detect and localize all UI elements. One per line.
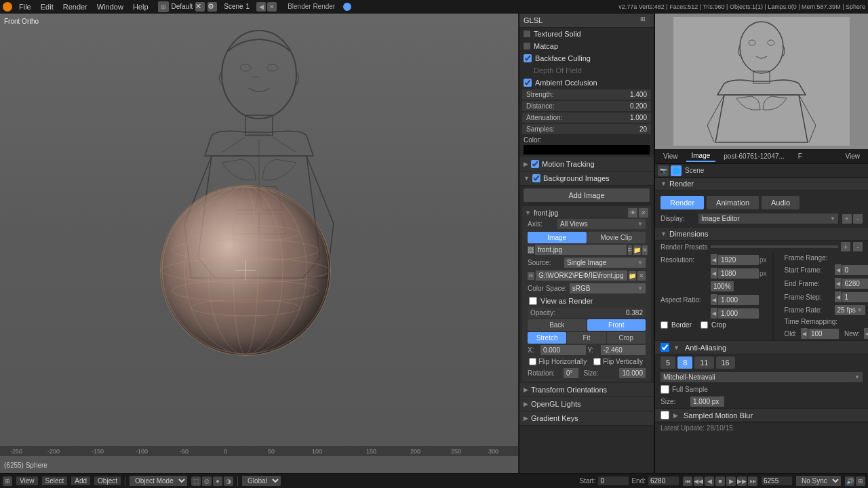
aspect-y-value[interactable]: 1.000 [718, 308, 759, 319]
gradient-keys-toggle[interactable]: ▶ Gradient Keys [519, 411, 654, 426]
select-btn[interactable]: Select [42, 476, 68, 485]
next-frame-icon[interactable]: ▶▶ [737, 476, 747, 486]
aa-16-btn[interactable]: 16 [716, 357, 735, 369]
folder-icon[interactable]: 📁 [633, 245, 641, 255]
back-button[interactable]: Back [528, 319, 587, 331]
aa-5-btn[interactable]: 5 [660, 357, 675, 369]
border-check[interactable] [660, 321, 668, 329]
tab-image[interactable]: Image [528, 232, 587, 243]
camera-icon[interactable]: 📷 [658, 165, 669, 176]
samples-slider[interactable]: Samples: 20 [522, 124, 651, 134]
display-value[interactable]: Image Editor ▼ [698, 214, 838, 224]
mode-icon[interactable]: ⊞ [158, 1, 169, 12]
aa-header[interactable]: ▼ Anti-Aliasing [655, 341, 868, 354]
strength-slider[interactable]: Strength: 1.400 [522, 89, 651, 100]
frame-rate-value[interactable]: 25 fps ▼ [835, 305, 865, 315]
end-frame-value[interactable]: 6280 [842, 279, 868, 289]
add-btn[interactable]: Add [71, 476, 90, 485]
eye-icon[interactable]: 👁 [628, 208, 637, 218]
flip-v-check[interactable] [593, 358, 601, 365]
tab-view[interactable]: View [658, 151, 684, 161]
render-presets-value[interactable] [711, 245, 838, 248]
menu-window[interactable]: Window [96, 3, 125, 11]
frame-step-minus[interactable]: ◀ [835, 291, 842, 302]
aspect-x-minus[interactable]: ◀ [711, 294, 717, 305]
distance-slider[interactable]: Distance: 0.200 [522, 101, 651, 111]
tab-post[interactable]: post-60761-12047... [718, 151, 790, 161]
sync-dropdown[interactable]: No Sync [796, 476, 841, 486]
full-sample-check[interactable] [660, 385, 669, 394]
play-icon[interactable]: ▶ [726, 476, 736, 486]
axis-value[interactable]: All Views ▼ [557, 219, 646, 229]
backface-culling-check[interactable] [524, 54, 532, 62]
menu-edit[interactable]: Edit [39, 3, 55, 11]
motion-tracking-toggle[interactable]: ▶ Motion Tracking [519, 157, 654, 171]
close-icon-small[interactable]: ✕ [639, 208, 648, 218]
transform-dropdown[interactable]: Global [242, 476, 281, 486]
view-as-render-row[interactable]: View as Render [525, 295, 648, 307]
menu-render[interactable]: Render [62, 3, 89, 11]
path-input[interactable] [536, 270, 627, 281]
ambient-occlusion-row[interactable]: Ambient Occlusion [519, 77, 654, 89]
color-swatch[interactable] [524, 145, 650, 155]
size-value[interactable]: 1.000 px [690, 396, 724, 407]
start-frame-value[interactable]: 0 [842, 265, 868, 275]
start-input[interactable] [598, 476, 629, 485]
filename-input[interactable] [535, 245, 627, 255]
render-section-header[interactable]: ▼ Render [655, 178, 868, 190]
path-close-icon[interactable]: ✕ [637, 271, 646, 281]
y-value[interactable]: -2.460 [601, 345, 646, 355]
opengl-lights-toggle[interactable]: ▶ OpenGL Lights [519, 397, 654, 411]
aspect-y-minus[interactable]: ◀ [711, 308, 717, 319]
background-images-check[interactable] [532, 174, 540, 182]
res-pct-value[interactable]: 100% [711, 281, 734, 291]
res-x-minus[interactable]: ◀ [711, 254, 717, 265]
opacity-row[interactable]: Opacity: 0.382 [528, 308, 646, 318]
display-icon2[interactable]: - [853, 214, 863, 224]
motion-tracking-check[interactable] [531, 160, 539, 168]
render-engine[interactable]: Blender Render [288, 3, 335, 10]
tab-movie-clip[interactable]: Movie Clip [587, 232, 646, 243]
aa-check[interactable] [660, 343, 669, 352]
menu-file[interactable]: File [18, 3, 33, 11]
tab-image[interactable]: Image [686, 150, 716, 162]
end-input[interactable] [648, 476, 679, 485]
attenuation-slider[interactable]: Attenuation: 1.000 [522, 113, 651, 123]
ambient-occlusion-check[interactable] [524, 79, 532, 87]
rotation-value[interactable]: 0° [564, 368, 578, 378]
shading-icon4[interactable]: ◑ [224, 476, 233, 486]
animation-button[interactable]: Animation [707, 196, 759, 209]
shading-icon3[interactable]: ● [213, 476, 222, 486]
old-value[interactable]: 100 [808, 329, 839, 339]
scene-icon[interactable]: 🌐 [671, 165, 682, 176]
prev-frame-icon[interactable]: ◀◀ [694, 476, 703, 486]
front-button[interactable]: Front [587, 319, 646, 331]
aa-8-btn[interactable]: 8 [677, 357, 692, 369]
first-frame-icon[interactable]: ⏮ [683, 476, 692, 486]
dimensions-header[interactable]: ▼ Dimensions [655, 228, 868, 241]
end-frame-minus[interactable]: ◀ [835, 278, 842, 289]
presets-plus-btn[interactable]: + [841, 242, 850, 251]
play-back-icon[interactable]: ◀ [705, 476, 714, 486]
mode-dropdown[interactable]: Object Mode [130, 476, 187, 486]
source-value[interactable]: Single Image ▼ [564, 258, 646, 268]
last-frame-icon[interactable]: ⏭ [748, 476, 757, 486]
color-space-value[interactable]: sRGB ▼ [570, 283, 646, 293]
add-image-button[interactable]: Add Image [524, 188, 650, 202]
smb-check[interactable] [660, 411, 669, 420]
x-value[interactable]: 0.000 [540, 345, 586, 355]
blender-icon[interactable] [3, 2, 12, 12]
tab-view2[interactable]: View [840, 151, 866, 161]
fit-button[interactable]: Fit [567, 332, 606, 344]
crop-check[interactable] [701, 321, 708, 329]
transform-orientations-toggle[interactable]: ▶ Transform Orientations [519, 383, 654, 397]
close-icon[interactable]: ✕ [195, 2, 205, 12]
view-btn[interactable]: View [16, 476, 38, 485]
res-y-value[interactable]: 1080 [718, 268, 759, 279]
viewport[interactable]: Front Ortho [0, 14, 519, 473]
right-icon1[interactable]: 🔊 [845, 476, 854, 486]
crop-button[interactable]: Crop [607, 332, 646, 344]
display-icon1[interactable]: + [842, 214, 852, 224]
settings-icon[interactable]: ⚙ [208, 2, 217, 12]
menu-help[interactable]: Help [132, 3, 150, 11]
